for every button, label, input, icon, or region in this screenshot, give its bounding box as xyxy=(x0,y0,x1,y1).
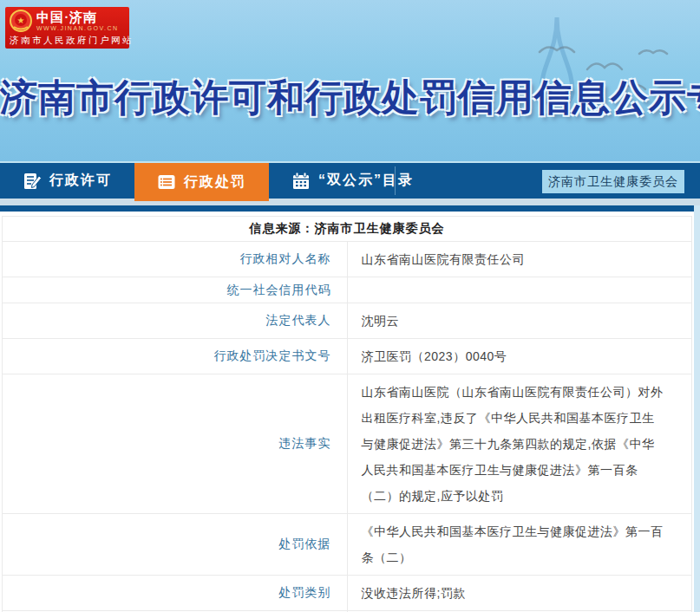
department-select-button[interactable]: 济南市卫生健康委员会 xyxy=(542,170,684,193)
document-edit-icon xyxy=(23,172,42,191)
field-label: 统一社会信用代码 xyxy=(3,277,348,303)
table-row: 行政处罚决定书文号 济卫医罚（2023）0040号 xyxy=(3,339,692,374)
field-label: 处罚依据 xyxy=(3,514,348,576)
penalty-detail-table: 信息来源：济南市卫生健康委员会 行政相对人名称 山东省南山医院有限责任公司 统一… xyxy=(2,216,692,612)
logo-subtitle: 济南市人民政府门户网站 xyxy=(10,35,125,47)
tab-administrative-licensing[interactable]: 行政许可 xyxy=(0,163,134,199)
logo-title: 中国·济南 xyxy=(36,10,119,25)
site-logo[interactable]: ★ 中国·济南 WWW.JINAN.GOV.CN 济南市人民政府门户网站 xyxy=(5,7,129,49)
field-label: 行政相对人名称 xyxy=(3,242,348,277)
field-value: 《中华人民共和国基本医疗卫生与健康促进法》第一百条（二） xyxy=(347,514,692,576)
tab-label: 行政许可 xyxy=(49,172,112,190)
field-value xyxy=(347,277,692,303)
table-row: 行政相对人名称 山东省南山医院有限责任公司 xyxy=(3,242,692,277)
field-label: 法定代表人 xyxy=(3,303,348,339)
penalty-table-body: 信息来源：济南市卫生健康委员会 行政相对人名称 山东省南山医院有限责任公司 统一… xyxy=(3,217,692,612)
field-value: 山东省南山医院有限责任公司 xyxy=(347,242,692,277)
field-value: 沈明云 xyxy=(347,303,692,339)
tab-label: 行政处罚 xyxy=(184,173,246,192)
field-label: 违法事实 xyxy=(3,374,348,514)
table-row: 统一社会信用代码 xyxy=(3,277,692,303)
table-row: 法定代表人 沈明云 xyxy=(3,303,692,339)
field-label: 处罚类别 xyxy=(3,576,348,611)
site-header-banner: ★ 中国·济南 WWW.JINAN.GOV.CN 济南市人民政府门户网站 济南市… xyxy=(0,0,700,163)
tab-administrative-penalty[interactable]: 行政处罚 xyxy=(134,163,269,201)
content-top-bar xyxy=(0,205,694,212)
field-label: 行政处罚决定书文号 xyxy=(3,339,348,374)
tab-label: “双公示”目录 xyxy=(318,172,414,190)
info-source-row: 信息来源：济南市卫生健康委员会 xyxy=(3,217,692,242)
main-nav: 行政许可 行政处罚 xyxy=(0,163,700,199)
list-icon xyxy=(157,173,176,192)
field-value: 山东省南山医院（山东省南山医院有限责任公司）对外出租医疗科室,违反了《中华人民共… xyxy=(347,374,692,514)
table-row: 违法事实 山东省南山医院（山东省南山医院有限责任公司）对外出租医疗科室,违反了《… xyxy=(3,374,692,514)
calendar-icon xyxy=(291,172,311,191)
svg-text:★: ★ xyxy=(17,16,25,25)
content-area: 信息来源：济南市卫生健康委员会 行政相对人名称 山东省南山医院有限责任公司 统一… xyxy=(0,212,694,612)
field-value: 济卫医罚（2023）0040号 xyxy=(347,339,692,374)
tab-double-disclosure-directory[interactable]: “双公示”目录 xyxy=(269,163,436,199)
sub-nav-strip xyxy=(0,199,700,205)
nav-divider xyxy=(395,166,396,195)
page-title: 济南市行政许可和行政处罚信用信息公示专栏 xyxy=(0,73,700,123)
field-value: 没收违法所得;罚款 xyxy=(347,576,692,611)
table-row: 处罚依据 《中华人民共和国基本医疗卫生与健康促进法》第一百条（二） xyxy=(3,514,692,576)
logo-url: WWW.JINAN.GOV.CN xyxy=(36,25,119,32)
table-row: 处罚类别 没收违法所得;罚款 xyxy=(3,576,692,611)
national-emblem-icon: ★ xyxy=(10,10,32,32)
info-source-header: 信息来源：济南市卫生健康委员会 xyxy=(3,217,692,242)
